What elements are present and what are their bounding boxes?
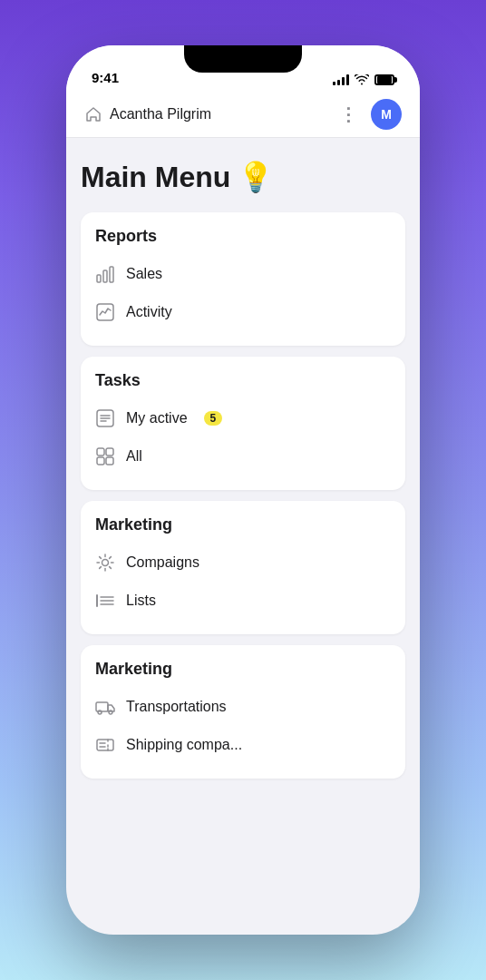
section-reports: Reports Sales Acti (81, 212, 405, 346)
svg-line-18 (110, 567, 112, 569)
lists-label: Lists (126, 593, 156, 609)
nav-left: Acantha Pilgrim (84, 105, 211, 123)
svg-point-27 (109, 710, 112, 714)
section-marketing: Marketing Compaigns (81, 501, 405, 634)
section-tasks: Tasks My active 5 (81, 357, 405, 490)
status-time: 9:41 (92, 70, 119, 85)
battery-icon (374, 74, 394, 85)
menu-item-all[interactable]: All (81, 437, 405, 475)
svg-rect-1 (103, 270, 107, 282)
signal-icon (333, 74, 349, 85)
svg-point-12 (102, 560, 109, 566)
menu-item-activity[interactable]: Activity (81, 293, 405, 331)
menu-item-transportations[interactable]: Transportations (81, 688, 405, 726)
page-title-emoji: 💡 (238, 160, 274, 194)
section-logistics: Marketing Transportations (81, 645, 405, 779)
shipping-label: Shipping compa... (126, 737, 242, 753)
sales-label: Sales (126, 266, 162, 282)
nav-bar: Acantha Pilgrim ⋮ M (66, 91, 420, 138)
section-header-reports: Reports (81, 227, 405, 255)
ticket-icon (95, 735, 115, 755)
svg-rect-28 (97, 740, 113, 750)
svg-rect-2 (110, 267, 113, 282)
menu-item-shipping[interactable]: Shipping compa... (81, 726, 405, 764)
nav-title: Acantha Pilgrim (110, 106, 211, 122)
main-content: Main Menu 💡 Reports Sales (66, 138, 420, 935)
svg-line-19 (110, 557, 112, 559)
section-header-logistics: Marketing (81, 660, 405, 688)
menu-item-campaigns[interactable]: Compaigns (81, 544, 405, 582)
campaigns-label: Compaigns (126, 554, 199, 571)
section-header-tasks: Tasks (81, 371, 405, 399)
nav-more-button[interactable]: ⋮ (339, 105, 358, 123)
svg-point-26 (98, 710, 102, 714)
phone-notch (184, 45, 302, 73)
transportations-label: Transportations (126, 699, 227, 715)
activity-label: Activity (126, 304, 172, 320)
avatar[interactable]: M (371, 99, 402, 130)
svg-rect-0 (97, 275, 101, 282)
all-label: All (126, 448, 142, 465)
svg-line-20 (100, 567, 102, 569)
my-active-label: My active (126, 410, 188, 426)
list-lines-icon (95, 591, 115, 611)
section-header-marketing: Marketing (81, 515, 405, 544)
svg-rect-9 (106, 448, 113, 456)
bar-chart-icon (95, 264, 115, 284)
activity-icon (95, 302, 115, 322)
menu-item-my-active[interactable]: My active 5 (81, 399, 405, 437)
svg-rect-10 (97, 457, 104, 465)
my-active-badge: 5 (204, 411, 223, 426)
wifi-icon (355, 74, 369, 85)
page-title: Main Menu 💡 (81, 160, 405, 194)
menu-item-sales[interactable]: Sales (81, 255, 405, 293)
sun-spin-icon (95, 553, 115, 573)
status-icons (333, 74, 394, 85)
truck-icon (95, 697, 115, 717)
svg-rect-25 (96, 702, 108, 711)
nav-right: ⋮ M (339, 99, 402, 130)
grid-icon (95, 446, 115, 466)
svg-rect-11 (106, 457, 113, 465)
menu-item-lists[interactable]: Lists (81, 582, 405, 620)
svg-line-17 (100, 557, 102, 559)
svg-rect-8 (97, 448, 104, 456)
home-icon (84, 105, 102, 123)
list-check-icon (95, 408, 115, 428)
phone-frame: 9:41 Acantha Pilgrim (66, 45, 420, 935)
